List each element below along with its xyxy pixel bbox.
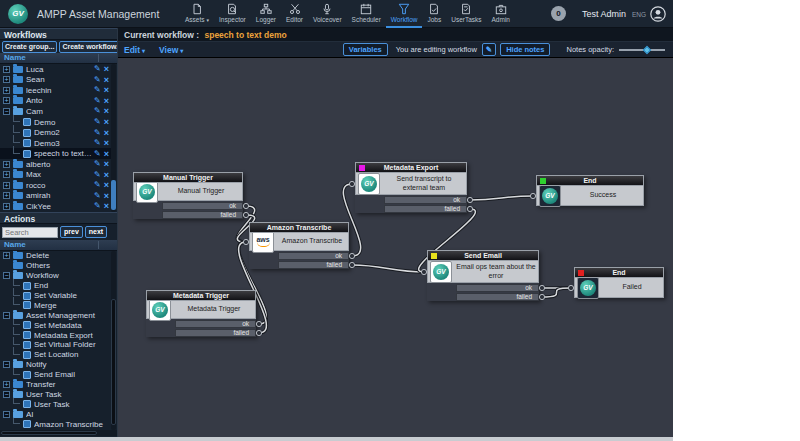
delete-x-icon[interactable]: × bbox=[104, 97, 109, 105]
collapse-icon[interactable]: − bbox=[3, 411, 10, 418]
collapse-icon[interactable]: − bbox=[3, 391, 10, 398]
collapse-icon[interactable]: − bbox=[3, 361, 10, 368]
prev-button[interactable]: prev bbox=[60, 226, 83, 238]
expand-icon[interactable]: + bbox=[3, 161, 10, 168]
workflow-item-cikyee[interactable]: +CikYee✎× bbox=[0, 201, 112, 212]
actions-horizontal-scrollbar-thumb[interactable] bbox=[1, 431, 97, 435]
edit-pencil-icon[interactable]: ✎ bbox=[94, 150, 101, 158]
delete-x-icon[interactable]: × bbox=[104, 192, 109, 200]
delete-x-icon[interactable]: × bbox=[104, 129, 109, 137]
output-port-ok[interactable]: ok bbox=[278, 252, 349, 260]
output-port-failed[interactable]: failed bbox=[384, 205, 467, 213]
edit-pencil-icon[interactable]: ✎ bbox=[94, 76, 101, 84]
node-metadata-trigger[interactable]: Metadata TriggerGVMetadata Triggerokfail… bbox=[146, 290, 256, 337]
actions-horizontal-scrollbar[interactable] bbox=[0, 430, 117, 436]
node-send-email[interactable]: Send EmailGVEmail ops team about the err… bbox=[427, 250, 539, 301]
workflow-item-luca[interactable]: +Luca✎× bbox=[0, 64, 112, 75]
workflows-scrollbar-thumb[interactable] bbox=[111, 180, 116, 210]
slider-thumb[interactable] bbox=[643, 45, 651, 53]
output-port-ok[interactable]: ok bbox=[175, 320, 256, 328]
delete-x-icon[interactable]: × bbox=[104, 118, 109, 126]
output-port-failed[interactable]: failed bbox=[456, 293, 539, 301]
actions-scrollbar[interactable] bbox=[111, 251, 116, 430]
action-item-amazon-transcribe[interactable]: Amazon Transcribe bbox=[0, 419, 112, 429]
workflow-item-sean[interactable]: +Sean✎× bbox=[0, 75, 112, 86]
edit-pencil-icon[interactable]: ✎ bbox=[94, 160, 101, 168]
workflow-item-alberto[interactable]: +alberto✎× bbox=[0, 159, 112, 170]
output-port-ok[interactable]: ok bbox=[162, 202, 243, 210]
hide-notes-button[interactable]: Hide notes bbox=[500, 43, 550, 56]
actions-scrollbar-thumb[interactable] bbox=[111, 299, 116, 425]
create-group-button[interactable]: Create group... bbox=[2, 41, 57, 53]
node-title-bar[interactable]: End bbox=[574, 267, 664, 278]
actions-search-input[interactable] bbox=[2, 227, 58, 238]
edit-workflow-pencil-button[interactable]: ✎ bbox=[482, 43, 496, 56]
nav-item-jobs[interactable]: Jobs bbox=[422, 0, 446, 28]
expand-icon[interactable]: + bbox=[3, 252, 10, 259]
variables-button[interactable]: Variables bbox=[343, 43, 388, 56]
nav-item-scheduler[interactable]: Scheduler bbox=[347, 0, 386, 28]
workflow-item-leechin[interactable]: +leechin✎× bbox=[0, 85, 112, 96]
notes-opacity-slider[interactable] bbox=[619, 45, 665, 55]
delete-x-icon[interactable]: × bbox=[104, 150, 109, 158]
workflow-item-speech-to-text-demo[interactable]: speech to text demo✎× bbox=[0, 148, 112, 159]
notifications-badge[interactable]: 0 bbox=[551, 6, 566, 21]
expand-icon[interactable]: + bbox=[3, 182, 10, 189]
nav-item-logger[interactable]: Logger bbox=[251, 0, 281, 28]
nav-item-workflow[interactable]: Workflow bbox=[386, 0, 423, 28]
node-end-success[interactable]: EndGVSuccess bbox=[536, 175, 644, 206]
create-workflow-button[interactable]: Create workflow... bbox=[59, 41, 118, 53]
node-title-bar[interactable]: Manual Trigger bbox=[133, 172, 243, 183]
collapse-icon[interactable]: − bbox=[3, 108, 10, 115]
expand-icon[interactable]: + bbox=[3, 192, 10, 199]
nav-item-inspector[interactable]: Inspector bbox=[214, 0, 251, 28]
view-menu[interactable]: View▾ bbox=[159, 45, 183, 55]
node-title-bar[interactable]: Metadata Trigger bbox=[146, 290, 256, 301]
expand-icon[interactable]: + bbox=[3, 203, 10, 210]
delete-x-icon[interactable]: × bbox=[104, 76, 109, 84]
expand-icon[interactable]: + bbox=[3, 97, 10, 104]
expand-icon[interactable]: + bbox=[3, 381, 10, 388]
collapse-icon[interactable]: − bbox=[3, 272, 10, 279]
output-port-failed[interactable]: failed bbox=[278, 261, 349, 269]
workflow-item-amirah[interactable]: +amirah✎× bbox=[0, 191, 112, 202]
edit-pencil-icon[interactable]: ✎ bbox=[94, 171, 101, 179]
action-item-set-location[interactable]: Set Location bbox=[0, 350, 112, 360]
action-item-others[interactable]: Others bbox=[0, 261, 112, 271]
workflow-item-max[interactable]: +Max✎× bbox=[0, 169, 112, 180]
workflows-scrollbar[interactable] bbox=[111, 64, 116, 212]
edit-pencil-icon[interactable]: ✎ bbox=[94, 202, 101, 210]
action-item-merge[interactable]: Merge bbox=[0, 300, 112, 310]
nav-item-admin[interactable]: Admin bbox=[487, 0, 515, 28]
node-metadata-export[interactable]: Metadata ExportGVSend transcript to exte… bbox=[355, 162, 467, 213]
node-manual-trigger[interactable]: Manual TriggerGVManual Triggerokfailed bbox=[133, 172, 243, 219]
delete-x-icon[interactable]: × bbox=[104, 139, 109, 147]
node-title-bar[interactable]: End bbox=[536, 175, 644, 186]
edit-pencil-icon[interactable]: ✎ bbox=[94, 97, 101, 105]
expand-icon[interactable]: + bbox=[3, 66, 10, 73]
delete-x-icon[interactable]: × bbox=[104, 107, 109, 115]
output-port-failed[interactable]: failed bbox=[162, 211, 243, 219]
edit-menu[interactable]: Edit▾ bbox=[124, 45, 145, 55]
edit-pencil-icon[interactable]: ✎ bbox=[94, 129, 101, 137]
expand-icon[interactable]: + bbox=[3, 76, 10, 83]
edit-pencil-icon[interactable]: ✎ bbox=[94, 86, 101, 94]
expand-icon[interactable]: + bbox=[3, 171, 10, 178]
node-title-bar[interactable]: Send Email bbox=[427, 250, 539, 261]
action-item-asset-management[interactable]: −Asset Management bbox=[0, 310, 112, 320]
delete-x-icon[interactable]: × bbox=[104, 65, 109, 73]
delete-x-icon[interactable]: × bbox=[104, 86, 109, 94]
edit-pencil-icon[interactable]: ✎ bbox=[94, 107, 101, 115]
edit-pencil-icon[interactable]: ✎ bbox=[94, 181, 101, 189]
expand-icon[interactable]: + bbox=[3, 87, 10, 94]
node-title-bar[interactable]: Metadata Export bbox=[355, 162, 467, 173]
action-item-ai[interactable]: −AI bbox=[0, 409, 112, 419]
edit-pencil-icon[interactable]: ✎ bbox=[94, 65, 101, 73]
edit-pencil-icon[interactable]: ✎ bbox=[94, 192, 101, 200]
action-item-send-email[interactable]: Send Email bbox=[0, 370, 112, 380]
nav-item-editor[interactable]: Editor bbox=[281, 0, 308, 28]
collapse-icon[interactable]: − bbox=[3, 312, 10, 319]
nav-item-assets[interactable]: Assets▾ bbox=[180, 0, 214, 28]
nav-item-usertasks[interactable]: UserTasks bbox=[446, 0, 486, 28]
node-title-bar[interactable]: Amazon Transcribe bbox=[249, 222, 349, 233]
